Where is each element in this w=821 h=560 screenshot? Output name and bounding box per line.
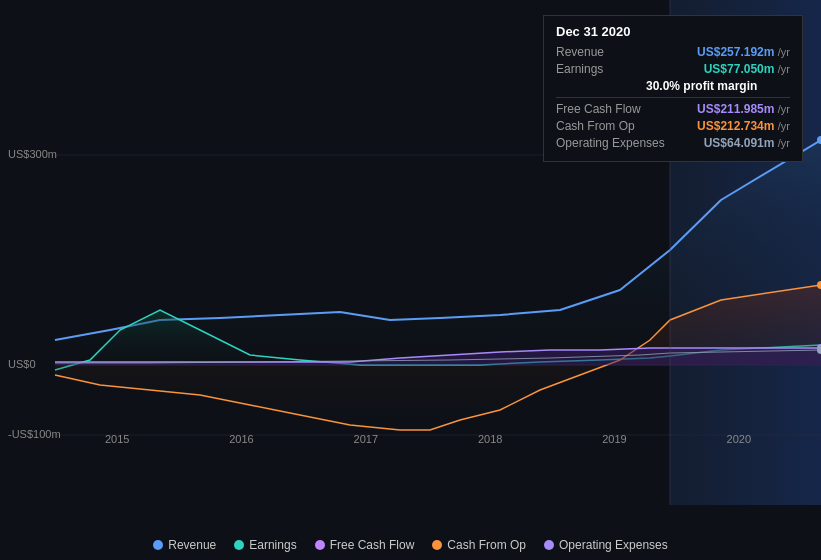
legend-item-fcf[interactable]: Free Cash Flow (315, 538, 415, 552)
legend-item-earnings[interactable]: Earnings (234, 538, 296, 552)
y-label-300m: US$300m (8, 148, 57, 160)
legend-label-earnings: Earnings (249, 538, 296, 552)
legend-label-cashfromop: Cash From Op (447, 538, 526, 552)
tooltip-date: Dec 31 2020 (556, 24, 790, 39)
tooltip-label-earnings: Earnings (556, 62, 603, 76)
legend-dot-opex (544, 540, 554, 550)
legend-item-cashfromop[interactable]: Cash From Op (432, 538, 526, 552)
tooltip-label-cashfromop: Cash From Op (556, 119, 635, 133)
tooltip-row-cashfromop: Cash From Op US$212.734m /yr (556, 119, 790, 133)
tooltip-label-fcf: Free Cash Flow (556, 102, 641, 116)
tooltip-divider (556, 97, 790, 98)
tooltip-value-cashfromop: US$212.734m /yr (697, 119, 790, 133)
x-axis: 2015 2016 2017 2018 2019 2020 (0, 433, 821, 445)
tooltip-row-earnings: Earnings US$77.050m /yr (556, 62, 790, 76)
legend: Revenue Earnings Free Cash Flow Cash Fro… (0, 538, 821, 552)
x-label-2020: 2020 (727, 433, 751, 445)
x-label-2017: 2017 (354, 433, 378, 445)
tooltip-value-fcf: US$211.985m /yr (697, 102, 790, 116)
tooltip-profit-margin: 30.0% profit margin (556, 79, 790, 93)
legend-item-revenue[interactable]: Revenue (153, 538, 216, 552)
legend-dot-earnings (234, 540, 244, 550)
tooltip-row-revenue: Revenue US$257.192m /yr (556, 45, 790, 59)
tooltip-label-opex: Operating Expenses (556, 136, 665, 150)
legend-label-revenue: Revenue (168, 538, 216, 552)
tooltip-value-revenue: US$257.192m /yr (697, 45, 790, 59)
legend-label-fcf: Free Cash Flow (330, 538, 415, 552)
x-label-2016: 2016 (229, 433, 253, 445)
legend-label-opex: Operating Expenses (559, 538, 668, 552)
tooltip-value-opex: US$64.091m /yr (704, 136, 790, 150)
y-label-0: US$0 (8, 358, 36, 370)
tooltip-row-opex: Operating Expenses US$64.091m /yr (556, 136, 790, 150)
tooltip-box: Dec 31 2020 Revenue US$257.192m /yr Earn… (543, 15, 803, 162)
chart-container: US$300m US$0 -US$100m 2015 2016 2017 201… (0, 0, 821, 505)
tooltip-label-revenue: Revenue (556, 45, 604, 59)
x-label-2019: 2019 (602, 433, 626, 445)
legend-dot-revenue (153, 540, 163, 550)
tooltip-value-earnings: US$77.050m /yr (704, 62, 790, 76)
legend-item-opex[interactable]: Operating Expenses (544, 538, 668, 552)
tooltip-row-fcf: Free Cash Flow US$211.985m /yr (556, 102, 790, 116)
x-label-2018: 2018 (478, 433, 502, 445)
legend-dot-cashfromop (432, 540, 442, 550)
x-label-2015: 2015 (105, 433, 129, 445)
legend-dot-fcf (315, 540, 325, 550)
